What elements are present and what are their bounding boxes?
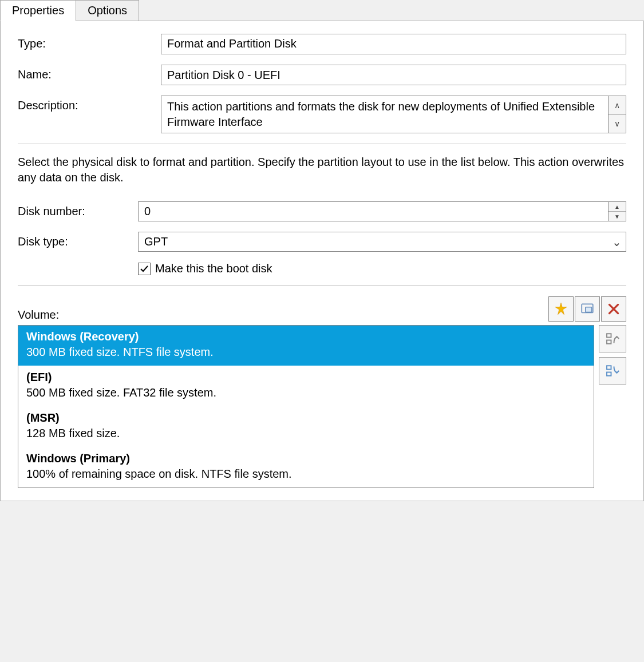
move-up-icon: [604, 330, 621, 347]
spin-up-icon[interactable]: ▲: [609, 202, 626, 212]
disk-type-value: GPT: [139, 232, 607, 251]
star-icon: [554, 302, 568, 316]
svg-rect-2: [586, 307, 592, 312]
list-item[interactable]: (MSR)128 MB fixed size.: [18, 406, 594, 447]
tab-options[interactable]: Options: [76, 0, 139, 21]
boot-disk-checkbox[interactable]: [138, 263, 151, 275]
name-label: Name:: [18, 65, 161, 81]
disk-type-label: Disk type:: [18, 232, 138, 248]
instruction-text: Select the physical disk to format and p…: [18, 154, 626, 185]
svg-rect-3: [607, 334, 611, 337]
spin-down-icon[interactable]: ▼: [609, 212, 626, 221]
delete-icon: [606, 302, 621, 316]
move-down-button[interactable]: [599, 357, 626, 384]
volume-toolbar: [548, 296, 626, 322]
scroll-down-icon[interactable]: ∨: [609, 115, 626, 133]
boot-disk-label: Make this the boot disk: [155, 262, 272, 275]
svg-rect-4: [607, 340, 611, 344]
volume-title: (EFI): [26, 371, 586, 384]
list-item[interactable]: (EFI)500 MB fixed size. FAT32 file syste…: [18, 366, 594, 406]
divider: [18, 144, 626, 144]
volume-list[interactable]: Windows (Recovery)300 MB fixed size. NTF…: [18, 325, 594, 488]
type-label: Type:: [18, 34, 161, 50]
delete-volume-button[interactable]: [601, 296, 626, 322]
volume-desc: 500 MB fixed size. FAT32 file system.: [26, 386, 586, 399]
type-value: Format and Partition Disk: [161, 34, 626, 54]
volume-title: Windows (Recovery): [26, 330, 586, 343]
disk-number-spinner[interactable]: ▲ ▼: [608, 201, 626, 221]
move-up-button[interactable]: [599, 325, 626, 352]
properties-icon: [580, 302, 595, 316]
svg-rect-5: [607, 366, 611, 369]
scroll-up-icon[interactable]: ∧: [609, 96, 626, 115]
properties-panel: Type: Format and Partition Disk Name: De…: [0, 21, 644, 501]
divider-2: [18, 286, 626, 286]
volume-title: (MSR): [26, 411, 586, 425]
move-down-icon: [604, 362, 621, 379]
description-scroll[interactable]: ∧ ∨: [608, 96, 626, 133]
volume-label: Volume:: [18, 308, 59, 322]
disk-number-label: Disk number:: [18, 201, 138, 218]
disk-number-input[interactable]: [138, 201, 608, 221]
svg-marker-0: [555, 303, 567, 315]
list-item[interactable]: Windows (Recovery)300 MB fixed size. NTF…: [18, 326, 594, 366]
list-item[interactable]: Windows (Primary)100% of remaining space…: [18, 447, 594, 487]
check-icon: [140, 264, 149, 273]
chevron-down-icon[interactable]: ⌄: [607, 232, 626, 251]
volume-desc: 300 MB fixed size. NTFS file system.: [26, 346, 586, 359]
disk-type-select[interactable]: GPT ⌄: [138, 232, 626, 252]
description-label: Description:: [18, 96, 161, 112]
description-input[interactable]: This action partitions and formats the d…: [161, 96, 608, 133]
volume-desc: 128 MB fixed size.: [26, 427, 586, 440]
properties-volume-button[interactable]: [575, 296, 600, 322]
volume-desc: 100% of remaining space on disk. NTFS fi…: [26, 467, 586, 481]
new-volume-button[interactable]: [548, 296, 574, 322]
name-input[interactable]: [161, 65, 626, 85]
volume-title: Windows (Primary): [26, 452, 586, 465]
tab-strip: Properties Options: [0, 0, 644, 21]
svg-rect-6: [607, 372, 611, 376]
tab-properties[interactable]: Properties: [0, 0, 76, 21]
